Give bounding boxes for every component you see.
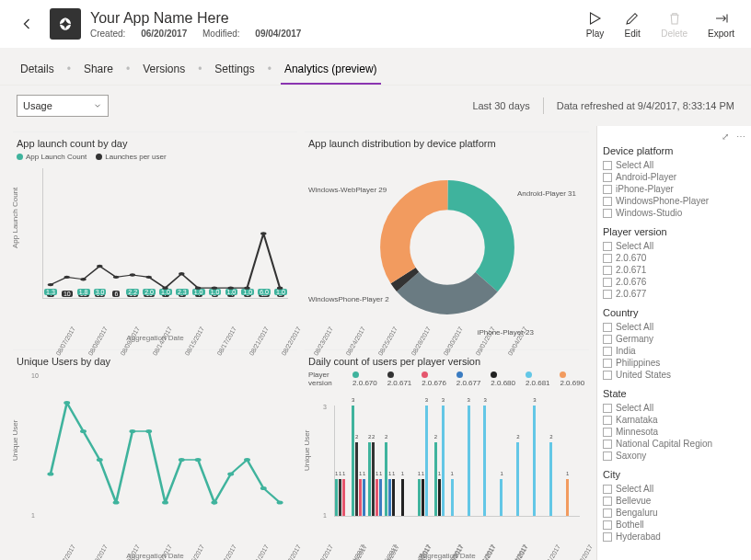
checkbox[interactable] — [603, 254, 612, 263]
svg-point-20 — [64, 401, 70, 405]
chevron-down-icon — [93, 101, 102, 110]
chart-daily-player-version: Daily count of users per player version … — [305, 349, 589, 560]
svg-point-23 — [113, 500, 120, 504]
chart-title: App launch distribution by device platfo… — [308, 138, 585, 149]
filter-option[interactable]: Select All — [603, 402, 745, 414]
chart-title: Daily count of users per player version — [308, 356, 585, 367]
filter-group-device-platform: Device platform — [603, 145, 745, 156]
checkbox[interactable] — [603, 185, 612, 194]
filter-group-player-version: Player version — [603, 226, 745, 237]
usage-dropdown[interactable]: Usage — [17, 95, 109, 117]
export-button[interactable]: Export — [708, 10, 734, 39]
focus-icon[interactable]: ⤢ — [722, 131, 729, 142]
checkbox[interactable] — [603, 266, 612, 275]
checkbox[interactable] — [603, 520, 612, 530]
filter-option[interactable]: Saxony — [603, 450, 745, 462]
filter-option[interactable]: WindowsPhone-Player — [603, 195, 745, 207]
filter-option[interactable]: National Capital Region — [603, 438, 745, 450]
checkbox[interactable] — [603, 497, 612, 506]
tab-details[interactable]: Details — [17, 57, 58, 85]
chart-legend: App Launch Count Launches per user — [17, 153, 294, 161]
app-tile-icon — [50, 8, 81, 40]
filter-group-city: City — [603, 469, 745, 480]
filter-option[interactable]: Karnataka — [603, 414, 745, 426]
filter-option[interactable]: Germany — [603, 333, 745, 345]
filter-option[interactable]: Hyderabad — [603, 531, 745, 543]
checkbox[interactable] — [603, 532, 612, 542]
checkbox[interactable] — [603, 161, 612, 170]
svg-point-33 — [277, 500, 283, 504]
delete-button: Delete — [661, 10, 687, 39]
svg-point-28 — [195, 458, 202, 462]
chart-title: App launch count by day — [17, 138, 294, 149]
filter-option[interactable]: Philippines — [603, 357, 745, 369]
checkbox[interactable] — [603, 278, 612, 287]
filter-option[interactable]: 2.0.676 — [603, 276, 745, 288]
svg-point-22 — [97, 458, 103, 462]
filter-option[interactable]: Select All — [603, 321, 745, 333]
checkbox[interactable] — [603, 335, 612, 344]
checkbox[interactable] — [603, 428, 612, 437]
filter-option[interactable]: Select All — [603, 159, 745, 171]
checkbox[interactable] — [603, 416, 612, 425]
checkbox[interactable] — [603, 323, 612, 332]
tab-versions[interactable]: Versions — [139, 57, 189, 85]
filter-option[interactable]: Select All — [603, 483, 745, 495]
filter-option[interactable]: Android-Player — [603, 171, 745, 183]
donut-chart — [378, 178, 516, 316]
checkbox[interactable] — [603, 197, 612, 206]
chart-device-distribution: App launch distribution by device platfo… — [305, 131, 589, 342]
checkbox[interactable] — [603, 404, 612, 413]
filter-option[interactable]: Select All — [603, 240, 745, 252]
filter-group-country: Country — [603, 307, 745, 318]
svg-point-21 — [80, 429, 87, 433]
filter-option[interactable]: Minnesota — [603, 426, 745, 438]
divider — [543, 97, 544, 114]
back-button[interactable] — [17, 14, 37, 34]
tab-settings[interactable]: Settings — [211, 57, 258, 85]
checkbox[interactable] — [603, 347, 612, 356]
svg-point-25 — [145, 429, 152, 433]
checkbox[interactable] — [603, 440, 612, 449]
tab-analytics-preview-[interactable]: Analytics (preview) — [281, 57, 381, 85]
app-meta: Created: 06/20/2017 Modified: 09/04/2017 — [90, 29, 314, 39]
svg-point-31 — [244, 458, 250, 462]
filter-option[interactable]: United States — [603, 369, 745, 381]
filter-option[interactable]: India — [603, 345, 745, 357]
date-range: Last 30 days — [472, 100, 529, 111]
chart-legend: Player version2.0.6702.0.6712.0.6762.0.6… — [308, 371, 585, 387]
filter-panel: ⤢ ⋯ Device platformSelect AllAndroid-Pla… — [596, 126, 751, 560]
play-button[interactable]: Play — [586, 10, 604, 39]
svg-point-30 — [227, 472, 234, 475]
more-icon[interactable]: ⋯ — [736, 131, 745, 142]
svg-point-24 — [129, 429, 135, 433]
checkbox[interactable] — [603, 290, 612, 299]
filter-option[interactable]: Windows-Studio — [603, 207, 745, 219]
edit-button[interactable]: Edit — [624, 10, 641, 39]
chart-title: Unique Users by day — [17, 356, 294, 367]
svg-point-29 — [211, 500, 217, 504]
filter-option[interactable]: Bothell — [603, 519, 745, 531]
filter-option[interactable]: iPhone-Player — [603, 183, 745, 195]
checkbox[interactable] — [603, 209, 612, 218]
checkbox[interactable] — [603, 451, 612, 461]
checkbox[interactable] — [603, 485, 612, 494]
filter-option[interactable]: 2.0.671 — [603, 264, 745, 276]
filter-option[interactable]: Bengaluru — [603, 507, 745, 519]
chart-unique-users: Unique Users by day Unique User 10 1 08/… — [13, 349, 297, 560]
checkbox[interactable] — [603, 242, 612, 251]
checkbox[interactable] — [603, 371, 612, 380]
filter-option[interactable]: 2.0.670 — [603, 252, 745, 264]
app-title: Your App Name Here — [90, 10, 314, 27]
tab-share[interactable]: Share — [80, 57, 117, 85]
checkbox[interactable] — [603, 359, 612, 368]
svg-point-27 — [179, 458, 185, 462]
svg-point-18 — [395, 195, 500, 300]
checkbox[interactable] — [603, 173, 612, 182]
svg-point-26 — [162, 500, 168, 504]
svg-point-32 — [260, 486, 267, 490]
filter-option[interactable]: Bellevue — [603, 495, 745, 507]
chart-launch-count: App launch count by day App Launch Count… — [13, 131, 297, 342]
checkbox[interactable] — [603, 509, 612, 518]
filter-option[interactable]: 2.0.677 — [603, 288, 745, 300]
